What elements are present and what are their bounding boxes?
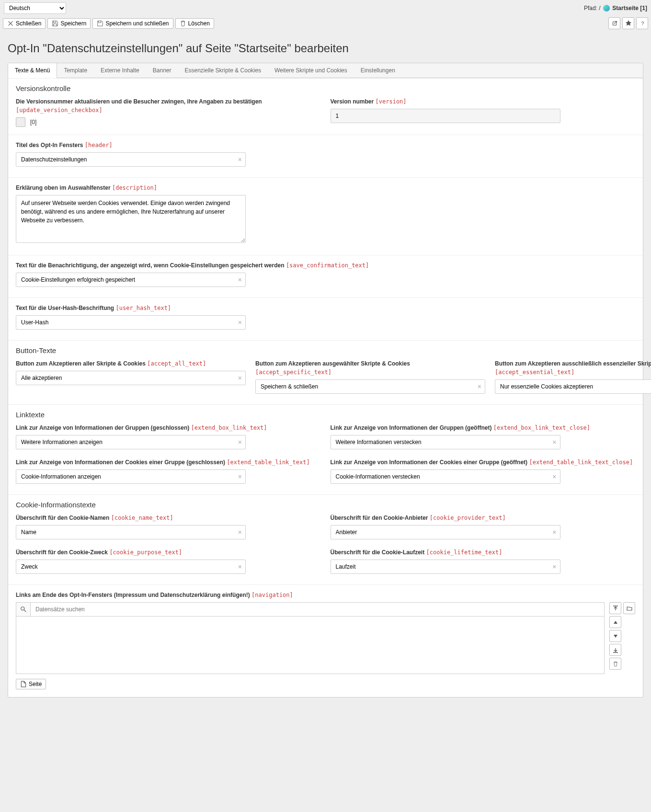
- cookie-purpose-input[interactable]: [16, 560, 246, 574]
- save-confirmation-input[interactable]: [16, 273, 246, 287]
- extend-table-label: Link zur Anzeige von Informationen der C…: [16, 458, 321, 467]
- button-texte-heading: Button-Texte: [16, 346, 635, 355]
- clear-icon[interactable]: ×: [238, 276, 242, 284]
- breadcrumb: Pfad: / Startseite [1]: [584, 5, 647, 12]
- extend-box-close-label: Link zur Anzeige von Informationen der G…: [331, 423, 636, 432]
- extend-table-close-input[interactable]: [331, 469, 560, 484]
- globe-icon: [603, 5, 610, 11]
- clear-icon[interactable]: ×: [238, 156, 242, 163]
- clear-icon[interactable]: ×: [552, 438, 556, 446]
- header-label: Titel des Opt-In Fensters [header]: [16, 141, 635, 149]
- update-version-checkbox[interactable]: [16, 117, 25, 127]
- clear-icon[interactable]: ×: [238, 528, 242, 536]
- cookie-provider-label: Überschrift für den Cookie-Anbieter [coo…: [331, 514, 636, 522]
- cookie-name-input[interactable]: [16, 525, 246, 539]
- accept-specific-label: Button zum Akzeptieren ausgewählter Skri…: [255, 359, 485, 377]
- move-bottom-button[interactable]: [609, 644, 621, 656]
- extend-box-label: Link zur Anzeige von Informationen der G…: [16, 423, 321, 432]
- clear-icon[interactable]: ×: [238, 563, 242, 571]
- tab-externe-inhalte[interactable]: Externe Inhalte: [94, 63, 146, 78]
- page-title: Opt-In "Datenschutzeinstellungen" auf Se…: [8, 42, 643, 55]
- tab-weitere[interactable]: Weitere Skripte und Cookies: [268, 63, 354, 78]
- tab-essenzielle[interactable]: Essenzielle Skripte & Cookies: [178, 63, 268, 78]
- page-button[interactable]: Seite: [16, 679, 46, 689]
- help-button[interactable]: ?: [636, 17, 648, 29]
- record-list[interactable]: [16, 617, 605, 674]
- checkbox-value: [0]: [30, 119, 36, 126]
- cookie-lifetime-label: Überschrift für die Cookie-Laufzeit [coo…: [331, 548, 636, 557]
- page-icon: [20, 681, 27, 687]
- cookie-name-label: Überschrift für den Cookie-Namen [cookie…: [16, 514, 321, 522]
- tabs: Texte & Menü Template Externe Inhalte Ba…: [8, 63, 643, 78]
- bookmark-button[interactable]: [622, 17, 634, 29]
- save-close-button[interactable]: Speichern und schließen: [92, 18, 173, 29]
- save-close-icon: [97, 20, 103, 27]
- clear-icon[interactable]: ×: [238, 473, 242, 480]
- clear-icon[interactable]: ×: [238, 438, 242, 446]
- cookie-info-heading: Cookie-Informationstexte: [16, 501, 635, 509]
- navigation-label: Links am Ende des Opt-In-Fensters (Impre…: [16, 591, 635, 599]
- svg-point-1: [21, 607, 24, 610]
- cookie-lifetime-input[interactable]: [331, 560, 560, 574]
- update-version-label: Die Versionsnummer aktualisieren und die…: [16, 97, 321, 114]
- extend-box-input[interactable]: [16, 435, 246, 449]
- accept-essential-label: Button zum Akzeptieren ausschließlich es…: [495, 359, 651, 377]
- linktexte-heading: Linktexte: [16, 411, 635, 419]
- search-icon: [16, 602, 30, 617]
- clear-icon[interactable]: ×: [238, 374, 242, 382]
- delete-button[interactable]: Löschen: [175, 18, 214, 29]
- tab-texte-menu[interactable]: Texte & Menü: [8, 63, 57, 78]
- svg-text:?: ?: [641, 20, 644, 26]
- cookie-purpose-label: Überschrift für den Cookie-Zweck [cookie…: [16, 548, 321, 557]
- record-search-input[interactable]: [30, 602, 605, 617]
- accept-all-input[interactable]: [16, 371, 246, 385]
- tab-einstellungen[interactable]: Einstellungen: [354, 63, 402, 78]
- versionskontrolle-heading: Versionskontrolle: [16, 84, 635, 92]
- tab-template[interactable]: Template: [57, 63, 94, 78]
- extend-table-close-label: Link zur Anzeige von Informationen der C…: [331, 458, 636, 467]
- language-select[interactable]: Deutsch: [4, 2, 66, 14]
- move-down-button[interactable]: [609, 630, 621, 642]
- save-button[interactable]: Speichern: [47, 18, 91, 29]
- description-label: Erklärung oben im Auswahlfenster [descri…: [16, 183, 635, 192]
- accept-specific-input[interactable]: [255, 379, 485, 394]
- remove-button[interactable]: [609, 658, 621, 670]
- browse-button[interactable]: [623, 602, 635, 614]
- save-confirmation-label: Text für die Benachrichtigung, der angez…: [16, 261, 635, 270]
- description-textarea[interactable]: Auf unserer Webseite werden Cookies verw…: [16, 195, 246, 243]
- move-top-button[interactable]: [609, 602, 621, 614]
- clear-icon[interactable]: ×: [552, 473, 556, 480]
- accept-essential-input[interactable]: [495, 379, 651, 394]
- open-external-button[interactable]: [608, 17, 620, 29]
- extend-table-input[interactable]: [16, 469, 246, 484]
- accept-all-label: Button zum Akzeptieren aller Skripte & C…: [16, 359, 246, 368]
- trash-icon: [180, 20, 186, 27]
- cookie-provider-input[interactable]: [331, 525, 560, 539]
- clear-icon[interactable]: ×: [552, 563, 556, 571]
- move-up-button[interactable]: [609, 616, 621, 628]
- close-button[interactable]: Schließen: [3, 18, 46, 29]
- header-input[interactable]: [16, 152, 246, 167]
- clear-icon[interactable]: ×: [238, 319, 242, 326]
- clear-icon[interactable]: ×: [478, 383, 481, 390]
- user-hash-input[interactable]: [16, 315, 246, 330]
- user-hash-label: Text für die User-Hash-Beschriftung [use…: [16, 304, 635, 312]
- extend-box-close-input[interactable]: [331, 435, 560, 449]
- save-icon: [52, 20, 58, 27]
- close-icon: [7, 20, 14, 27]
- version-number-label: Version number [version]: [331, 97, 636, 106]
- tab-banner[interactable]: Banner: [146, 63, 178, 78]
- clear-icon[interactable]: ×: [552, 528, 556, 536]
- version-number-input[interactable]: [331, 109, 560, 123]
